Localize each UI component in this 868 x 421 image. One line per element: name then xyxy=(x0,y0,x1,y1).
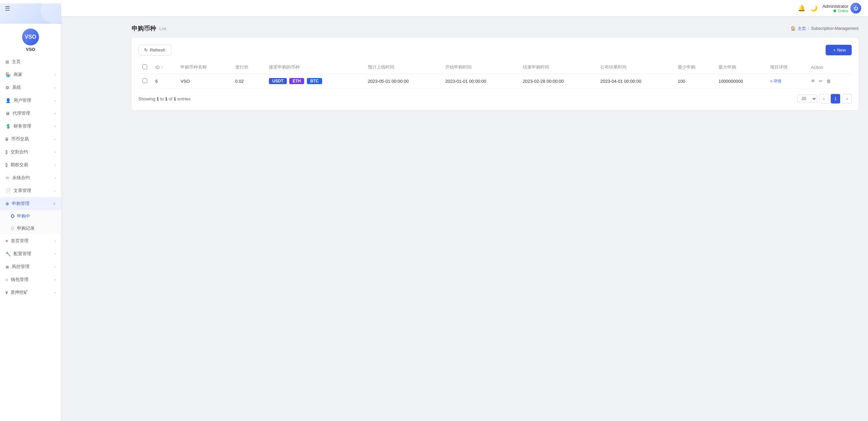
sidebar-logo-label: VSO xyxy=(26,47,35,52)
sidebar-item-label: 期权交易 xyxy=(11,162,28,168)
edit-icon[interactable]: ✏ xyxy=(819,78,823,84)
sidebar-item-label: 主页 xyxy=(12,59,21,65)
sidebar-item-perpetual[interactable]: ♾ 永续合约 ‹ xyxy=(0,171,61,184)
cell-accepted-coins: USDT ETH BTC xyxy=(265,74,364,89)
sidebar-item-system[interactable]: ⚙ 系统 ‹ xyxy=(0,81,61,94)
refresh-icon: ↻ xyxy=(144,47,148,53)
cell-start-time: 2023-01-01 00:00:00 xyxy=(441,74,519,89)
user-name: Administrator xyxy=(822,4,848,9)
article-icon: 📄 xyxy=(5,188,11,193)
home-icon: ⊞ xyxy=(5,59,9,64)
bell-icon[interactable]: 🔔 xyxy=(798,4,805,12)
toolbar: ↻ Refresh + New xyxy=(138,45,852,55)
hamburger-icon[interactable]: ☰ xyxy=(5,5,10,12)
sidebar-sub-menu: 申购中 申购记录 xyxy=(0,210,61,234)
sort-icon: ↑ xyxy=(161,65,163,70)
chevron-icon: ‹ xyxy=(54,98,56,102)
sidebar-item-label: 系统 xyxy=(12,84,21,91)
homepage-icon: ≡ xyxy=(5,238,8,244)
system-icon: ⚙ xyxy=(5,85,9,90)
header-checkbox-cell xyxy=(138,61,151,74)
sidebar-item-article-mgmt[interactable]: 📄 文章管理 ‹ xyxy=(0,184,61,197)
sidebar-item-label: 用户管理 xyxy=(14,97,31,103)
sidebar-item-options-trade[interactable]: ₿ 期权交易 ‹ xyxy=(0,158,61,171)
cell-action: 👁 ✏ 🗑 xyxy=(807,74,852,89)
main-card: ↻ Refresh + New ID ↑ 申购币种名称 xyxy=(132,38,859,110)
sidebar-sub-item-label: 申购记录 xyxy=(17,225,35,231)
sidebar-item-label: 配置管理 xyxy=(14,251,31,257)
sidebar-item-label: 交割合约 xyxy=(11,149,28,155)
tag-usdt: USDT xyxy=(269,78,287,84)
sidebar-item-agent-mgmt[interactable]: 🖥 代理管理 ‹ xyxy=(0,107,61,120)
action-icons: 👁 ✏ 🗑 xyxy=(811,78,848,84)
chevron-icon: ‹ xyxy=(54,278,56,282)
col-result-time: 公布结果时间 xyxy=(596,61,674,74)
col-action: Action xyxy=(807,61,852,74)
user-avatar[interactable]: ⏻ xyxy=(850,3,861,14)
page-size-select[interactable]: 20 50 100 xyxy=(797,95,817,103)
page-1-button[interactable]: 1 xyxy=(831,94,840,103)
delete-icon[interactable]: 🗑 xyxy=(826,78,831,84)
new-button[interactable]: + New xyxy=(826,45,852,55)
chevron-icon: ‹ xyxy=(54,150,56,154)
topbar: 🔔 🌙 Administrator Online ⏻ xyxy=(61,0,868,16)
main-content: 申购币种 List 🏠 主页 / Subscription-Management… xyxy=(122,16,868,421)
moon-icon[interactable]: 🌙 xyxy=(810,4,817,12)
sidebar: VSO VSO ⊞ 主页 🏪 商家 ‹ ⚙ 系统 ‹ 👤 xyxy=(0,0,61,421)
topbar-user: Administrator Online ⏻ xyxy=(822,3,861,14)
chevron-icon: ‹ xyxy=(54,85,56,90)
page-header: 申购币种 List 🏠 主页 / Subscription-Management xyxy=(132,24,859,33)
page-subtitle: List xyxy=(159,26,166,31)
chevron-icon: ‹ xyxy=(54,73,56,77)
cell-min-sub: 100 xyxy=(674,74,714,89)
cell-detail: » 详情 xyxy=(766,74,807,89)
user-info: Administrator Online xyxy=(822,4,848,13)
page-title: 申购币种 xyxy=(132,24,156,33)
sidebar-item-homepage-mgmt[interactable]: ≡ 首页管理 ‹ xyxy=(0,234,61,247)
merchant-icon: 🏪 xyxy=(5,72,11,77)
sidebar-item-home[interactable]: ⊞ 主页 xyxy=(0,55,61,68)
breadcrumb-separator: / xyxy=(808,26,809,31)
sidebar-sub-item-subscription-records[interactable]: 申购记录 xyxy=(0,222,61,234)
sidebar-item-mining[interactable]: ¥ 质押挖矿 ‹ xyxy=(0,286,61,299)
breadcrumb-current: Subscription-Management xyxy=(811,26,859,31)
col-listing-time: 预计上线时间 xyxy=(364,61,441,74)
options-icon: ₿ xyxy=(5,162,8,168)
next-page-button[interactable]: › xyxy=(842,94,852,103)
agent-icon: 🖥 xyxy=(5,111,10,116)
col-accepted-coins: 接受申购的币种 xyxy=(265,61,364,74)
sidebar-item-label: 商家 xyxy=(14,72,22,78)
select-all-checkbox[interactable] xyxy=(142,64,147,69)
chevron-icon: ‹ xyxy=(54,189,56,193)
sidebar-logo: VSO xyxy=(22,28,39,45)
sidebar-item-label: 代理管理 xyxy=(13,110,30,116)
refresh-button[interactable]: ↻ Refresh xyxy=(138,45,171,55)
chevron-icon: ‹ xyxy=(54,239,56,243)
sidebar-item-config-mgmt[interactable]: 🔧 配置管理 ‹ xyxy=(0,247,61,260)
sidebar-item-coin-trade[interactable]: Ƀ 币币交易 ‹ xyxy=(0,133,61,146)
sidebar-item-label: 财务管理 xyxy=(14,123,31,129)
sidebar-item-merchant[interactable]: 🏪 商家 ‹ xyxy=(0,68,61,81)
row-checkbox[interactable] xyxy=(142,78,147,83)
col-end-time: 结束申购时间 xyxy=(519,61,596,74)
sidebar-item-contract-trade[interactable]: ₿ 交割合约 ‹ xyxy=(0,146,61,158)
chevron-icon: ‹ xyxy=(54,290,56,294)
coin-icon: Ƀ xyxy=(5,137,8,142)
contract-icon: ₿ xyxy=(5,150,8,155)
sidebar-item-label: 永续合约 xyxy=(12,175,30,181)
prev-page-button[interactable]: ‹ xyxy=(819,94,829,103)
chevron-icon: ‹ xyxy=(54,176,56,180)
sidebar-item-user-mgmt[interactable]: 👤 用户管理 ‹ xyxy=(0,94,61,107)
sidebar-item-finance-mgmt[interactable]: 💲 财务管理 ‹ xyxy=(0,120,61,133)
home-icon-breadcrumb: 🏠 xyxy=(791,26,796,31)
pagination-area: Showing 1 to 1 of 1 entries 20 50 100 ‹ … xyxy=(138,94,852,103)
cell-result-time: 2023-04-01 00:00:00 xyxy=(596,74,674,89)
sidebar-item-wallet-mgmt[interactable]: ○ 钱包管理 ‹ xyxy=(0,273,61,286)
sidebar-item-risk-mgmt[interactable]: ≣ 风控管理 ‹ xyxy=(0,260,61,273)
sidebar-item-subscription-mgmt[interactable]: ⊕ 申购管理 ∨ xyxy=(0,197,61,210)
chevron-icon: ‹ xyxy=(54,252,56,256)
sidebar-sub-item-subscription-active[interactable]: 申购中 xyxy=(0,210,61,222)
detail-link[interactable]: » 详情 xyxy=(770,79,782,83)
view-icon[interactable]: 👁 xyxy=(811,78,815,84)
breadcrumb-home[interactable]: 主页 xyxy=(798,26,806,32)
